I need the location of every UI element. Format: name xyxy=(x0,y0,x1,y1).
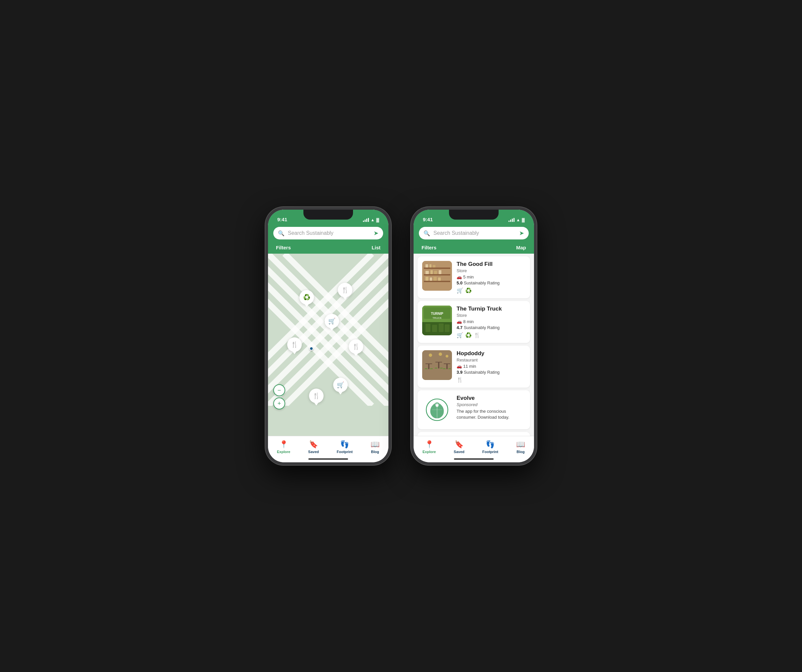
pin-bubble-restaurant-3: 🍴 xyxy=(349,339,363,354)
left-tab-footprint[interactable]: 👣 Footprint xyxy=(337,440,353,454)
phones-container: 9:41 ▲ ▓ 🔍 Search Sustainably xyxy=(265,207,537,465)
blog-label-left: Blog xyxy=(371,450,379,454)
left-search-placeholder: Search Sustainably xyxy=(288,230,370,236)
right-explore-icon: 📍 xyxy=(425,440,434,449)
location-arrow-icon[interactable]: ➤ xyxy=(374,229,378,237)
svg-rect-22 xyxy=(430,278,432,281)
evolve-sponsored: Sponsored xyxy=(457,402,526,407)
right-search-icon: 🔍 xyxy=(424,230,430,236)
left-status-time: 9:41 xyxy=(277,216,287,222)
car-icon-3: 🚗 xyxy=(457,364,462,369)
signal-bar-1 xyxy=(363,221,364,222)
svg-rect-40 xyxy=(435,362,442,362)
turnip-truck-type: Store xyxy=(457,313,526,318)
listing-evolve[interactable]: Evolve Sponsored The app for the conscio… xyxy=(417,390,530,429)
right-map-button[interactable]: Map xyxy=(516,245,526,250)
turnip-truck-time-value: 8 min xyxy=(463,319,474,324)
wifi-icon: ▲ xyxy=(370,218,375,222)
svg-rect-13 xyxy=(424,281,450,282)
svg-rect-31 xyxy=(425,324,430,332)
good-fill-tags: 🛒 ♻️ xyxy=(457,288,526,294)
svg-rect-33 xyxy=(439,323,444,332)
left-screen: 9:41 ▲ ▓ 🔍 Search Sustainably xyxy=(268,210,388,462)
evolve-image xyxy=(422,395,452,425)
right-saved-label: Saved xyxy=(454,450,464,454)
pin-tail-store-1 xyxy=(330,328,334,331)
right-home-indicator xyxy=(454,458,494,460)
user-location-dot xyxy=(309,347,313,351)
good-fill-name: The Good Fill xyxy=(457,261,526,268)
evolve-photo xyxy=(422,395,452,425)
right-signal-bar-4 xyxy=(514,218,514,222)
listing-hopdoddy[interactable]: Hopdoddy Restaurant 🚗 11 min 3.9 Sustain… xyxy=(417,346,530,388)
left-tab-blog[interactable]: 📖 Blog xyxy=(370,440,380,454)
turnip-truck-time: 🚗 8 min xyxy=(457,319,526,324)
svg-line-9 xyxy=(268,254,372,406)
right-search-bar[interactable]: 🔍 Search Sustainably ➤ xyxy=(419,227,529,239)
listings-list[interactable]: The Good Fill Store 🚗 5 min 5.0 Sustaina… xyxy=(414,254,534,436)
left-search-bar[interactable]: 🔍 Search Sustainably ➤ xyxy=(273,227,383,239)
pin-tail-restaurant-2 xyxy=(293,352,296,354)
listing-sunflower-partial[interactable]: Sunflower Cafe xyxy=(417,432,530,436)
pin-bubble-store-2: 🛒 xyxy=(333,378,348,392)
good-fill-type: Store xyxy=(457,268,526,273)
listing-turnip-truck[interactable]: TURNIP TRUCK The Turnip Truck xyxy=(417,301,530,343)
evolve-description: The app for the conscious consumer. Down… xyxy=(457,409,526,420)
fork-tag-2: 🍴 xyxy=(474,332,480,338)
map-pin-store-1[interactable]: 🛒 xyxy=(325,314,339,331)
pin-bubble-restaurant-2: 🍴 xyxy=(287,337,302,352)
left-list-button[interactable]: List xyxy=(372,245,380,250)
svg-rect-32 xyxy=(432,325,437,332)
svg-rect-21 xyxy=(425,277,428,281)
zoom-out-button[interactable]: − xyxy=(273,384,285,396)
zoom-in-button[interactable]: + xyxy=(273,397,285,409)
right-search-placeholder: Search Sustainably xyxy=(433,230,516,236)
signal-bar-3 xyxy=(366,219,367,222)
left-toolbar: Filters List xyxy=(268,243,388,254)
svg-rect-15 xyxy=(430,264,432,268)
svg-rect-23 xyxy=(433,277,437,281)
right-tab-footprint[interactable]: 👣 Footprint xyxy=(482,440,498,454)
svg-rect-47 xyxy=(448,368,451,369)
right-signal-bar-1 xyxy=(509,221,509,222)
good-fill-rating: 5.0 Sustainably Rating xyxy=(457,280,526,285)
map-pin-restaurant-2[interactable]: 🍴 xyxy=(287,337,302,354)
svg-rect-14 xyxy=(425,264,428,268)
right-tab-explore[interactable]: 📍 Explore xyxy=(422,440,436,454)
right-blog-icon: 📖 xyxy=(516,440,525,449)
right-filters-button[interactable]: Filters xyxy=(422,245,437,250)
good-fill-time-value: 5 min xyxy=(463,275,474,279)
turnip-truck-rating-label: Sustainably Rating xyxy=(464,325,500,330)
map-pin-recycle[interactable]: ♻️ xyxy=(299,290,314,307)
right-footprint-icon: 👣 xyxy=(486,440,495,449)
notch xyxy=(303,210,353,220)
svg-rect-36 xyxy=(425,363,432,364)
right-search-container: 🔍 Search Sustainably ➤ xyxy=(414,224,534,243)
svg-rect-46 xyxy=(443,368,446,369)
map-pin-restaurant-4[interactable]: 🍴 xyxy=(309,389,323,405)
turnip-photo-svg: TURNIP TRUCK xyxy=(422,305,452,335)
map-pin-restaurant-3[interactable]: 🍴 xyxy=(349,339,363,356)
left-tab-saved[interactable]: 🔖 Saved xyxy=(308,440,319,454)
left-filters-button[interactable]: Filters xyxy=(276,245,291,250)
left-tab-explore[interactable]: 📍 Explore xyxy=(277,440,290,454)
right-tab-blog[interactable]: 📖 Blog xyxy=(516,440,525,454)
map-view[interactable]: ♻️ 🍴 🛒 🍴 xyxy=(268,254,388,436)
svg-rect-45 xyxy=(446,364,448,369)
right-location-arrow-icon[interactable]: ➤ xyxy=(519,229,524,237)
map-pin-restaurant-1[interactable]: 🍴 xyxy=(338,283,352,300)
hopdoddy-time: 🚗 11 min xyxy=(457,364,526,369)
hopdoddy-image xyxy=(422,350,452,380)
signal-bar-4 xyxy=(368,218,369,222)
right-wifi-icon: ▲ xyxy=(516,218,520,222)
right-screen: 9:41 ▲ ▓ 🔍 Search Sustainably xyxy=(414,210,534,462)
good-fill-photo xyxy=(422,261,452,291)
explore-label: Explore xyxy=(277,450,290,454)
footprint-icon-left: 👣 xyxy=(340,440,349,449)
right-tab-saved[interactable]: 🔖 Saved xyxy=(454,440,464,454)
listing-good-fill[interactable]: The Good Fill Store 🚗 5 min 5.0 Sustaina… xyxy=(417,256,530,298)
right-signal-bar-3 xyxy=(512,219,513,222)
map-pin-store-2[interactable]: 🛒 xyxy=(333,378,348,394)
blog-icon-left: 📖 xyxy=(370,440,380,449)
svg-line-3 xyxy=(268,254,372,406)
